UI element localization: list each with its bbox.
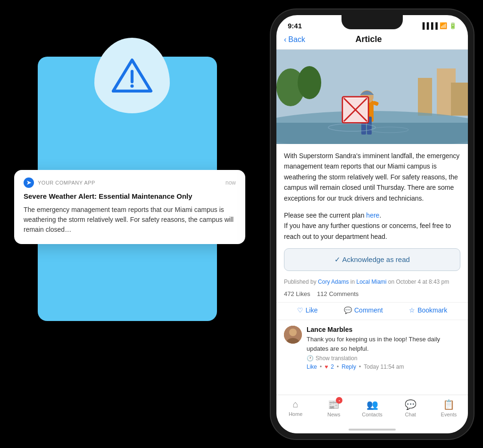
flood-scene-svg — [276, 50, 468, 144]
nav-title: Article — [305, 34, 432, 44]
like-button[interactable]: ♡ Like — [297, 306, 318, 314]
phone-notch — [341, 15, 403, 29]
alert-icon-bubble — [94, 38, 170, 113]
back-button[interactable]: ‹ Back — [284, 35, 305, 44]
back-chevron-icon: ‹ — [284, 35, 286, 44]
heart-count: 2 — [331, 363, 334, 370]
news-badge: • — [336, 397, 342, 404]
svg-point-8 — [298, 66, 321, 99]
app-name: YOUR COMPANY APP — [38, 180, 95, 186]
dot-separator: • — [359, 363, 361, 370]
home-icon: ⌂ — [293, 399, 299, 410]
news-icon: 📰 • — [328, 399, 340, 410]
show-translation[interactable]: 🕐 Show translation — [307, 355, 460, 362]
clock-icon: 🕐 — [307, 355, 314, 362]
author-link[interactable]: Cory Adams — [318, 279, 349, 285]
svg-point-2 — [130, 85, 133, 88]
comment-icon: 💬 — [344, 306, 352, 314]
app-nav-bar: ‹ Back Article — [276, 32, 468, 50]
phone-wrapper: 9:41 ▐▐▐▐ 📶 🔋 ‹ Back Article — [271, 9, 474, 439]
commenter-avatar — [284, 326, 302, 344]
article-paragraph-2: Please see the current plan here. If you… — [284, 210, 460, 242]
para2-prefix: Please see the current plan — [284, 211, 364, 219]
svg-point-24 — [289, 329, 297, 336]
status-icons: ▐▐▐▐ 📶 🔋 — [420, 22, 457, 29]
notification-card: ➤ YOUR COMPANY APP now Severe Weather Al… — [14, 170, 245, 244]
comment-button[interactable]: 💬 Comment — [344, 306, 383, 314]
likes-count: 472 Likes — [284, 290, 310, 297]
svg-rect-4 — [418, 78, 432, 116]
tab-home[interactable]: ⌂ Home — [276, 399, 315, 417]
tab-events-label: Events — [441, 412, 457, 417]
svg-rect-10 — [276, 123, 468, 144]
tab-bar: ⌂ Home 📰 • News 👥 Contacts 💬 Chat — [276, 395, 468, 433]
comment-timestamp: Today 11:54 am — [364, 363, 404, 370]
status-time: 9:41 — [288, 22, 302, 30]
date-text: on October 4 at 8:43 pm — [388, 279, 449, 285]
tab-news[interactable]: 📰 • News — [315, 399, 353, 417]
article-content[interactable]: With Superstorm Sandra's imminent landfa… — [276, 50, 468, 402]
events-icon: 📋 — [443, 399, 455, 410]
left-area: ➤ YOUR COMPANY APP now Severe Weather Al… — [0, 0, 255, 448]
signal-icon: ▐▐▐▐ — [420, 22, 438, 29]
article-text-section: With Superstorm Sandra's imminent landfa… — [276, 151, 468, 242]
phone-screen: 9:41 ▐▐▐▐ 📶 🔋 ‹ Back Article — [276, 15, 468, 433]
chat-icon: 💬 — [405, 399, 416, 410]
tab-news-label: News — [327, 412, 341, 417]
comment-section: Lance Marbles Thank you for keeping us i… — [276, 326, 468, 370]
comment-body: Lance Marbles Thank you for keeping us i… — [307, 326, 460, 370]
comment-item: Lance Marbles Thank you for keeping us i… — [284, 326, 460, 370]
article-paragraph-1: With Superstorm Sandra's imminent landfa… — [284, 151, 460, 203]
notification-body: The emergency management team reports th… — [24, 205, 236, 235]
like-label: Like — [306, 306, 318, 314]
notification-header: ➤ YOUR COMPANY APP now — [24, 178, 236, 188]
tab-events[interactable]: 📋 Events — [430, 399, 468, 417]
comment-like-btn[interactable]: Like — [307, 363, 317, 370]
phone-outer: 9:41 ▐▐▐▐ 📶 🔋 ‹ Back Article — [271, 9, 474, 439]
notification-title: Severe Weather Alert: Essential Maintena… — [24, 192, 236, 201]
home-indicator — [349, 429, 396, 431]
app-icon: ➤ — [24, 178, 34, 188]
bookmark-label: Bookmark — [417, 306, 447, 314]
tab-contacts[interactable]: 👥 Contacts — [353, 399, 391, 417]
heart-icon: ♥ — [325, 363, 328, 370]
commenter-name: Lance Marbles — [307, 326, 460, 333]
comment-text: Thank you for keeping us in the loop! Th… — [307, 335, 460, 353]
show-translation-label: Show translation — [316, 355, 358, 362]
like-icon: ♡ — [297, 306, 303, 314]
acknowledge-button[interactable]: ✓ Acknowledge as read — [284, 248, 460, 271]
comments-count: 112 Comments — [317, 290, 358, 297]
action-row: ♡ Like 💬 Comment ☆ Bookmark — [276, 302, 468, 320]
comment-actions: Like • ♥ 2 • Reply • Today 11:54 am — [307, 363, 460, 370]
tab-contacts-label: Contacts — [362, 412, 382, 417]
notification-time: now — [225, 179, 236, 186]
warning-triangle-icon — [111, 57, 153, 94]
published-meta: Published by Cory Adams in Local Miami o… — [276, 278, 468, 290]
tab-home-label: Home — [289, 411, 302, 417]
published-by-text: Published by — [284, 279, 316, 285]
tab-chat[interactable]: 💬 Chat — [391, 399, 430, 417]
app-info: ➤ YOUR COMPANY APP — [24, 178, 95, 188]
bookmark-icon: ☆ — [409, 306, 415, 314]
battery-icon: 🔋 — [449, 22, 457, 29]
tab-chat-label: Chat — [405, 412, 416, 417]
channel-link[interactable]: Local Miami — [356, 279, 386, 285]
here-link[interactable]: here — [366, 211, 379, 219]
article-stats: 472 Likes 112 Comments — [276, 290, 468, 302]
contacts-icon: 👥 — [366, 399, 378, 410]
article-hero-image — [276, 50, 468, 144]
reply-btn[interactable]: Reply — [341, 363, 356, 370]
bookmark-button[interactable]: ☆ Bookmark — [409, 306, 447, 314]
in-text: in — [350, 279, 355, 285]
wifi-icon: 📶 — [440, 22, 447, 29]
para3-text: If you have any further questions or con… — [284, 222, 451, 240]
comment-label: Comment — [354, 306, 383, 314]
svg-rect-6 — [451, 83, 468, 116]
back-label: Back — [288, 35, 305, 44]
